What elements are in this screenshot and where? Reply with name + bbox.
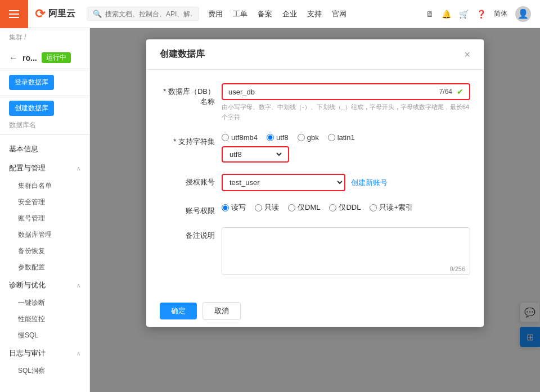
nav-right: 🖥 🔔 🛒 ❓ 简体 👤 [426, 6, 531, 22]
logo-text: 阿里云 [48, 8, 75, 20]
sidebar-item-whitelist[interactable]: 集群白名单 [9, 178, 89, 194]
sidebar-group-config[interactable]: 配置与管理 ∧ [0, 159, 89, 178]
account-row: test_user 创建新账号 [222, 174, 470, 191]
perm-option-ddl[interactable]: 仅DDL [329, 202, 361, 213]
page-title: ro... [22, 53, 37, 62]
sidebar-group-diagnose[interactable]: 诊断与优化 ∧ [0, 276, 89, 295]
confirm-button[interactable]: 确定 [160, 303, 197, 319]
nav-left: ⟳ 阿里云 🔍 费用 工单 备案 企业 支持 官网 [9, 0, 346, 28]
sidebar-sub-log: SQL洞察 [0, 363, 89, 379]
sidebar: 集群 / ← ro... 运行中 登录数据库 创建数据库 数据库名 基本信息 配… [0, 28, 90, 392]
create-db-button[interactable]: 创建数据库 [9, 101, 54, 116]
sidebar-sub-config: 集群白名单 安全管理 账号管理 数据库管理 备份恢复 参数配置 [0, 178, 89, 276]
avatar[interactable]: 👤 [515, 6, 531, 22]
chevron-up-icon: ∧ [76, 165, 80, 172]
modal-title: 创建数据库 [160, 48, 205, 60]
nav-link-icp[interactable]: 备案 [258, 9, 272, 19]
db-name-label: * 数据库（DB）名称 [160, 83, 222, 107]
db-name-char-count: 7/64 [439, 88, 452, 96]
modal-body: * 数据库（DB）名称 7/64 ✔ 由小写字母、数字、中划线（-）、下划线（_… [146, 70, 484, 295]
create-account-link[interactable]: 创建新账号 [351, 178, 388, 188]
permission-control: 读写 只读 仅DML [222, 202, 470, 213]
perm-option-readwrite[interactable]: 读写 [222, 202, 246, 213]
remark-textarea[interactable] [222, 228, 470, 273]
perm-label-readindex: 只读+索引 [379, 202, 413, 213]
modal-close-button[interactable]: × [464, 49, 470, 60]
sidebar-item-params[interactable]: 参数配置 [9, 259, 89, 276]
chevron-up-icon-3: ∧ [76, 350, 80, 357]
sidebar-group-label-log: 日志与审计 [9, 348, 46, 358]
nav-links: 费用 工单 备案 企业 支持 官网 [208, 9, 346, 19]
charset-dropdown-wrap[interactable]: utf8 utf8mb4 gbk latin1 [222, 146, 289, 163]
account-select-wrap[interactable]: test_user [222, 174, 345, 191]
hamburger-button[interactable] [0, 0, 28, 28]
perm-option-dml[interactable]: 仅DML [288, 202, 320, 213]
nav-link-support[interactable]: 支持 [307, 9, 322, 19]
sidebar-group-log[interactable]: 日志与审计 ∧ [0, 344, 89, 363]
permission-label: 账号权限 [160, 202, 222, 216]
charset-select[interactable]: utf8 utf8mb4 gbk latin1 [227, 150, 284, 159]
nav-link-cost[interactable]: 费用 [208, 9, 223, 19]
avatar-icon: 👤 [518, 8, 529, 19]
back-button[interactable]: ← [9, 53, 18, 63]
remark-control: 0/256 [222, 227, 470, 275]
hamburger-icon [9, 10, 19, 18]
chevron-up-icon-2: ∧ [76, 282, 80, 289]
check-icon: ✔ [457, 87, 464, 96]
modal-overlay: 创建数据库 × * 数据库（DB）名称 7/64 ✔ 由小写字 [90, 28, 540, 392]
help-icon[interactable]: ❓ [476, 10, 486, 19]
perm-label-ddl: 仅DDL [339, 202, 361, 213]
sidebar-item-accounts[interactable]: 账号管理 [9, 210, 89, 227]
sidebar-item-slowsql[interactable]: 慢SQL [9, 327, 89, 344]
page-header: ← ro... 运行中 [0, 47, 89, 69]
modal-header: 创建数据库 × [146, 39, 484, 70]
charset-label-gbk: gbk [307, 133, 319, 142]
monitor-icon[interactable]: 🖥 [426, 10, 434, 19]
perm-option-readindex[interactable]: 只读+索引 [370, 202, 413, 213]
db-name-input-wrap: 7/64 ✔ [222, 83, 470, 100]
logo-icon: ⟳ [35, 7, 45, 21]
charset-option-latin1[interactable]: latin1 [328, 133, 355, 142]
nav-link-official[interactable]: 官网 [332, 9, 346, 19]
cancel-button[interactable]: 取消 [202, 302, 241, 320]
search-input[interactable] [105, 10, 193, 18]
form-item-remark: 备注说明 0/256 [160, 227, 470, 275]
sidebar-item-sqlinsight[interactable]: SQL洞察 [9, 363, 89, 379]
perm-label-readonly: 只读 [264, 202, 279, 213]
db-name-input[interactable] [228, 88, 435, 96]
form-item-dbname: * 数据库（DB）名称 7/64 ✔ 由小写字母、数字、中划线（-）、下划线（_… [160, 83, 470, 122]
sidebar-item-onediag[interactable]: 一键诊断 [9, 295, 89, 311]
account-select[interactable]: test_user [223, 175, 344, 190]
sidebar-group-label-diagnose: 诊断与优化 [9, 280, 46, 290]
sidebar-sub-diagnose: 一键诊断 性能监控 慢SQL [0, 295, 89, 344]
charset-option-utf8mb4[interactable]: utf8mb4 [222, 133, 258, 142]
nav-link-enterprise[interactable]: 企业 [282, 9, 297, 19]
bell-icon[interactable]: 🔔 [442, 10, 451, 19]
sidebar-menu: 基本信息 配置与管理 ∧ 集群白名单 安全管理 账号管理 数据库管理 备份恢复 … [0, 135, 89, 384]
nav-link-workorder[interactable]: 工单 [233, 9, 248, 19]
charset-option-utf8[interactable]: utf8 [267, 133, 289, 142]
search-icon: 🔍 [93, 10, 102, 18]
db-name-hint: 由小写字母、数字、中划线（-）、下划线（_）组成，字母开头，字母或数字结尾，最长… [222, 102, 470, 122]
status-badge: 运行中 [42, 52, 71, 63]
sidebar-item-security[interactable]: 安全管理 [9, 194, 89, 210]
sidebar-item-basic[interactable]: 基本信息 [0, 139, 89, 159]
sidebar-item-backup[interactable]: 备份恢复 [9, 243, 89, 259]
breadcrumb: 集群 / [0, 28, 89, 47]
remark-char-count: 0/256 [449, 265, 465, 272]
form-item-permission: 账号权限 读写 只读 [160, 202, 470, 216]
cart-icon[interactable]: 🛒 [459, 10, 469, 19]
sidebar-group-label-config: 配置与管理 [9, 163, 46, 173]
language-button[interactable]: 简体 [494, 9, 507, 19]
sidebar-item-label-basic: 基本信息 [9, 144, 38, 154]
login-db-button[interactable]: 登录数据库 [9, 75, 54, 90]
sidebar-item-databases[interactable]: 数据库管理 [9, 227, 89, 243]
account-control: test_user 创建新账号 [222, 174, 470, 191]
perm-option-readonly[interactable]: 只读 [255, 202, 279, 213]
sidebar-item-perfmon[interactable]: 性能监控 [9, 311, 89, 327]
charset-control: utf8mb4 utf8 gbk [222, 133, 470, 163]
nav-search-bar[interactable]: 🔍 [87, 7, 199, 21]
db-name-control: 7/64 ✔ 由小写字母、数字、中划线（-）、下划线（_）组成，字母开头，字母或… [222, 83, 470, 122]
charset-option-gbk[interactable]: gbk [298, 133, 319, 142]
permission-radio-options: 读写 只读 仅DML [222, 202, 470, 213]
